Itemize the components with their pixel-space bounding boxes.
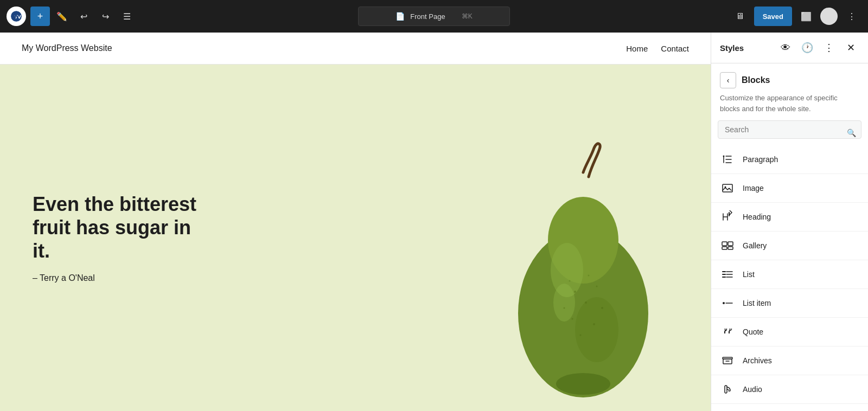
svg-rect-23: [728, 242, 733, 246]
hero-text: Even the bitterest fruit has sugar in it…: [0, 160, 244, 316]
svg-point-13: [564, 307, 565, 309]
svg-point-20: [725, 187, 726, 188]
svg-point-11: [593, 323, 595, 325]
audio-label: Audio: [743, 385, 762, 394]
close-panel-button[interactable]: ✕: [842, 39, 859, 56]
svg-point-16: [588, 275, 590, 277]
svg-point-6: [553, 284, 575, 322]
page-icon: 📄: [395, 12, 405, 21]
search-input[interactable]: [718, 120, 861, 139]
svg-text:": ": [724, 327, 728, 336]
nav-home[interactable]: Home: [626, 44, 648, 53]
heading-label: Heading: [743, 213, 771, 221]
quote-icon: " ": [720, 324, 735, 339]
keyboard-shortcut: ⌘K: [462, 12, 473, 20]
svg-rect-21: [729, 212, 730, 216]
nav-contact[interactable]: Contact: [661, 44, 689, 53]
svg-text:W: W: [14, 14, 19, 20]
svg-point-32: [723, 302, 725, 304]
main-layout: My WordPress Website Home Contact Even t…: [0, 33, 868, 411]
styles-header-icons: 👁 🕐 ⋮ ✕: [777, 39, 859, 56]
toolbar-center: 📄 Front Page ⌘K: [358, 7, 510, 26]
block-item-heading[interactable]: Heading: [711, 203, 868, 232]
more-menu-button[interactable]: ⋮: [820, 39, 838, 56]
back-button[interactable]: ‹: [720, 72, 736, 88]
blocks-section-title: Blocks: [742, 75, 770, 85]
svg-point-10: [572, 318, 573, 320]
wp-logo[interactable]: W: [7, 7, 26, 26]
svg-point-8: [585, 301, 587, 304]
styles-panel: Styles 👁 🕐 ⋮ ✕ ‹ Blocks Customize the ap…: [711, 33, 868, 411]
svg-rect-24: [722, 247, 727, 249]
list-item-icon: [720, 296, 735, 311]
list-icon: [720, 267, 735, 282]
block-list: Paragraph Image: [711, 145, 868, 411]
more-options-button[interactable]: ⋮: [842, 7, 861, 26]
hero-attribution: – Terry a O'Neal: [33, 273, 212, 283]
heading-icon: [720, 209, 735, 224]
desktop-view-button[interactable]: 🖥: [730, 7, 750, 26]
audio-icon: [720, 382, 735, 397]
edit-mode-button[interactable]: ✏️: [52, 7, 72, 26]
block-item-audio[interactable]: Audio: [711, 375, 868, 404]
layout-button[interactable]: ⬜: [796, 7, 816, 26]
page-title-button[interactable]: 📄 Front Page ⌘K: [358, 7, 510, 26]
archives-label: Archives: [743, 356, 772, 365]
paragraph-label: Paragraph: [743, 155, 778, 164]
gallery-icon: [720, 238, 735, 253]
toolbar-left: W + ✏️ ↩ ↪ ☰: [7, 7, 137, 26]
search-container: 🔍: [711, 120, 868, 145]
paragraph-icon: [720, 152, 735, 167]
toolbar: W + ✏️ ↩ ↪ ☰ 📄 Front Page ⌘K 🖥 Saved ⬜ ◑…: [0, 0, 868, 33]
redo-button[interactable]: ↪: [95, 7, 115, 26]
quote-label: Quote: [743, 327, 763, 336]
block-item-paragraph[interactable]: Paragraph: [711, 145, 868, 174]
svg-rect-25: [728, 247, 733, 249]
svg-point-7: [574, 291, 576, 293]
blocks-description: Customize the appearance of specific blo…: [711, 88, 868, 120]
page-title-text: Front Page: [410, 12, 445, 21]
hero-quote: Even the bitterest fruit has sugar in it…: [33, 192, 212, 263]
blocks-header: ‹ Blocks: [711, 63, 868, 88]
svg-text:": ": [729, 327, 733, 336]
svg-rect-22: [722, 242, 727, 246]
image-icon: [720, 181, 735, 196]
svg-point-5: [575, 297, 618, 362]
gallery-label: Gallery: [743, 241, 767, 250]
list-view-button[interactable]: ☰: [117, 7, 137, 26]
block-item-gallery[interactable]: Gallery: [711, 232, 868, 260]
styles-panel-header: Styles 👁 🕐 ⋮ ✕: [711, 33, 868, 63]
site-nav: Home Contact: [626, 44, 689, 53]
history-icon-button[interactable]: 🕐: [799, 39, 816, 56]
search-icon: 🔍: [847, 129, 856, 137]
eye-icon-button[interactable]: 👁: [777, 39, 794, 56]
site-title: My WordPress Website: [22, 43, 112, 53]
block-item-archives[interactable]: Archives: [711, 346, 868, 375]
svg-point-9: [596, 286, 598, 287]
add-block-button[interactable]: +: [30, 7, 50, 26]
block-item-image[interactable]: Image: [711, 174, 868, 203]
list-item-label: List item: [743, 299, 771, 307]
contrast-button[interactable]: ◑: [820, 8, 838, 25]
svg-point-12: [580, 335, 582, 336]
canvas-area: My WordPress Website Home Contact Even t…: [0, 33, 711, 411]
styles-panel-title: Styles: [720, 43, 744, 53]
site-header-preview: My WordPress Website Home Contact: [0, 33, 711, 65]
svg-point-17: [556, 373, 610, 395]
svg-point-18: [723, 156, 725, 157]
archives-icon: [720, 353, 735, 368]
list-label: List: [743, 270, 755, 279]
pear-image: [477, 140, 684, 411]
svg-point-14: [601, 307, 603, 309]
block-item-list[interactable]: List: [711, 260, 868, 289]
toolbar-right: 🖥 Saved ⬜ ◑ ⋮: [730, 7, 861, 26]
hero-section: Even the bitterest fruit has sugar in it…: [0, 65, 711, 411]
svg-point-15: [569, 280, 571, 282]
undo-button[interactable]: ↩: [74, 7, 93, 26]
block-item-quote[interactable]: " " Quote: [711, 318, 868, 346]
saved-button[interactable]: Saved: [754, 7, 792, 26]
svg-rect-19: [723, 184, 732, 192]
image-label: Image: [743, 184, 764, 192]
block-item-list-item[interactable]: List item: [711, 289, 868, 318]
